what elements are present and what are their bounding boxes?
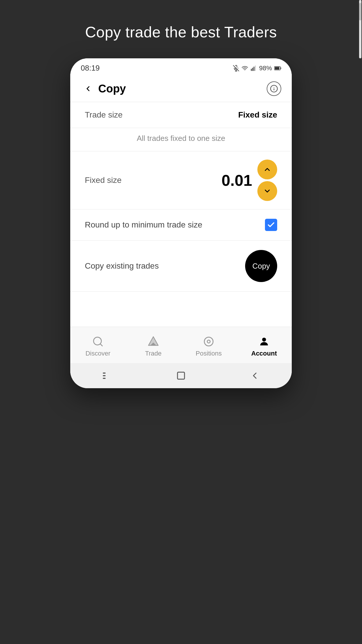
svg-point-17: [204, 337, 213, 346]
system-nav: [70, 363, 292, 388]
battery-text: 98%: [259, 64, 272, 72]
phone-frame: 08:19: [70, 58, 292, 388]
decrement-button[interactable]: [257, 181, 277, 201]
fixed-size-row: Fixed size 0.01: [70, 151, 292, 209]
svg-line-14: [100, 344, 102, 346]
bottom-nav: Discover Trade: [70, 327, 292, 363]
mute-icon: [233, 65, 239, 71]
svg-rect-6: [255, 65, 256, 71]
trade-size-description: All trades fixed to one size: [70, 128, 292, 151]
round-up-label: Round up to minimum trade size: [85, 220, 202, 230]
nav-item-discover[interactable]: Discover: [70, 332, 126, 360]
account-icon: [258, 335, 270, 348]
svg-rect-23: [178, 372, 184, 379]
copy-trades-label: Copy existing trades: [85, 261, 159, 271]
copy-trades-row: Copy existing trades Copy: [70, 241, 292, 292]
trade-icon: [147, 335, 160, 348]
copy-button-label: Copy: [252, 262, 270, 271]
nav-item-positions[interactable]: Positions: [181, 332, 236, 360]
nav-label-trade: Trade: [145, 350, 162, 357]
page-title: Copy trade the best Traders: [85, 23, 277, 41]
trade-size-label: Trade size: [85, 110, 123, 120]
header-title: Copy: [98, 83, 267, 95]
signal-icon: [250, 65, 257, 71]
content-spacer: [70, 292, 292, 327]
nav-label-discover: Discover: [85, 350, 110, 357]
svg-rect-9: [275, 67, 280, 69]
wifi-icon: [242, 65, 248, 71]
status-icons: 98%: [233, 64, 281, 72]
round-up-row: Round up to minimum trade size: [70, 209, 292, 241]
app-header: Copy: [70, 76, 292, 102]
content-area: Trade size Fixed size All trades fixed t…: [70, 102, 292, 327]
sys-home-button[interactable]: [174, 368, 188, 383]
positions-icon: [202, 335, 215, 348]
battery-icon: [274, 66, 281, 70]
svg-point-19: [262, 338, 266, 342]
fixed-size-value: 0.01: [222, 171, 252, 189]
trade-size-row: Trade size Fixed size: [70, 102, 292, 128]
copy-button[interactable]: Copy: [245, 250, 277, 282]
fixed-size-label: Fixed size: [85, 176, 122, 185]
discover-icon: [92, 335, 104, 348]
back-button[interactable]: [81, 85, 95, 93]
increment-button[interactable]: [257, 160, 277, 179]
page-background: Copy trade the best Traders 08:19: [0, 0, 362, 644]
nav-label-account: Account: [251, 350, 277, 357]
status-bar: 08:19: [70, 58, 292, 76]
round-up-checkbox[interactable]: [265, 219, 277, 231]
fixed-size-control: 0.01: [222, 160, 277, 201]
nav-label-positions: Positions: [196, 350, 222, 357]
info-button[interactable]: [267, 81, 281, 96]
sys-back-button[interactable]: [247, 368, 262, 383]
trade-size-value: Fixed size: [238, 110, 277, 120]
sys-menu-button[interactable]: [100, 368, 115, 383]
nav-item-account[interactable]: Account: [236, 332, 292, 360]
nav-item-trade[interactable]: Trade: [126, 332, 181, 360]
svg-point-18: [207, 340, 210, 343]
svg-rect-4: [252, 68, 253, 71]
svg-rect-3: [251, 69, 252, 71]
stepper: [257, 160, 277, 201]
svg-rect-5: [254, 66, 254, 71]
svg-rect-8: [281, 67, 281, 69]
status-time: 08:19: [81, 64, 100, 73]
